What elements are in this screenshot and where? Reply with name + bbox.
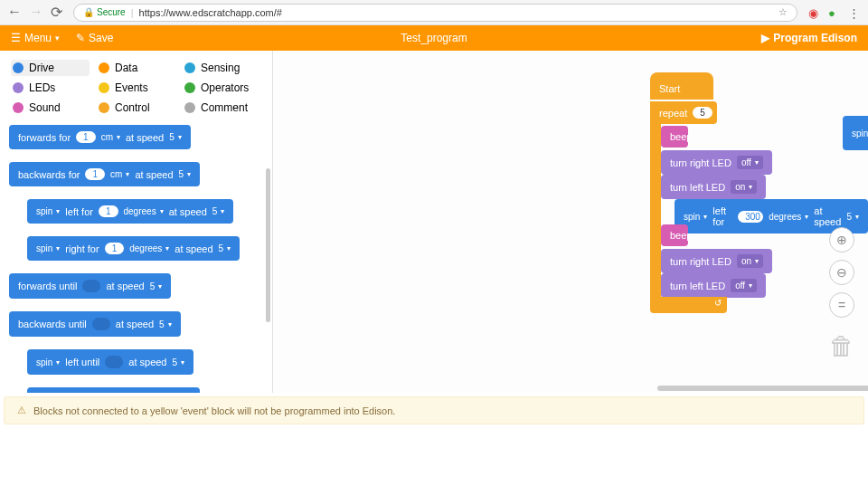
palette-block-list: forwards for1cmat speed5backwards for1cm… [0, 121, 272, 393]
dir-label: left for [712, 205, 732, 227]
val-input[interactable]: 1 [76, 131, 96, 143]
val-input[interactable]: 300 [738, 211, 763, 223]
zoom-in-button[interactable]: ⊕ [829, 227, 854, 253]
spin-dropdown[interactable]: spin [36, 243, 60, 253]
unit-dropdown[interactable]: cm [101, 132, 120, 142]
speed-dropdown[interactable]: 5 [159, 319, 172, 329]
beep-block-1[interactable]: beep [661, 126, 688, 148]
category-label: Comment [201, 101, 248, 114]
led-state-dropdown[interactable]: on [737, 254, 763, 268]
speed-dropdown[interactable]: 5 [846, 212, 859, 222]
palette-block-spin_until[interactable]: spinleft untilat speed5 [27, 349, 193, 375]
led-state-dropdown[interactable]: off [731, 279, 757, 292]
spin-dropdown[interactable]: spin [36, 357, 60, 367]
led-state-dropdown[interactable]: on [731, 180, 757, 194]
script-canvas[interactable]: Start repeat 5 beep turn right LED off t… [273, 51, 868, 393]
trash-button[interactable]: 🗑 [829, 331, 854, 361]
spin-dropdown[interactable]: spin [852, 129, 868, 138]
detached-spin-block[interactable]: spin right for 300 degrees at speed 5 [843, 116, 868, 150]
palette-block-spin_until[interactable]: spinright untilat speed5 [27, 387, 200, 393]
spin-dropdown[interactable]: spin [36, 206, 60, 216]
repeat-block-bottom[interactable]: ↺ [650, 297, 727, 313]
led-left-off-block[interactable]: turn left LED off [661, 273, 766, 298]
category-grid: DriveDataSensingLEDsEventsOperatorsSound… [0, 51, 272, 121]
speed-label: at speed [135, 169, 173, 180]
spin-dropdown[interactable]: spin [684, 212, 707, 222]
star-icon[interactable]: ☆ [778, 6, 788, 18]
menu-button[interactable]: ☰ Menu ▾ [11, 32, 60, 44]
speed-dropdown[interactable]: 5 [172, 357, 184, 367]
category-comment[interactable]: Comment [183, 100, 261, 116]
secure-label: Secure [97, 7, 126, 17]
unit-dropdown[interactable]: degrees [129, 243, 169, 253]
palette-block-backwards_until[interactable]: backwards untilat speed5 [9, 311, 181, 337]
beep-block-2[interactable]: beep [661, 224, 688, 246]
repeat-block[interactable]: repeat 5 [650, 101, 717, 124]
speed-dropdown[interactable]: 5 [219, 243, 231, 253]
val-input[interactable]: 1 [85, 168, 105, 180]
val-input[interactable]: 1 [99, 205, 118, 217]
condition-slot[interactable] [92, 318, 110, 330]
unit-dropdown[interactable]: degrees [124, 206, 164, 216]
category-sensing[interactable]: Sensing [183, 60, 261, 76]
reload-button[interactable]: ⟳ [51, 4, 62, 21]
condition-slot[interactable] [82, 280, 100, 292]
val-input[interactable]: 1 [105, 243, 125, 254]
led-right-on-block[interactable]: turn right LED on [661, 249, 772, 273]
block-label: forwards until [18, 281, 77, 291]
speed-dropdown[interactable]: 5 [212, 206, 225, 216]
category-label: Data [115, 62, 137, 74]
save-button[interactable]: ✎ Save [76, 32, 113, 44]
palette-scrollbar[interactable] [266, 168, 270, 322]
category-label: Sensing [201, 62, 240, 74]
category-leds[interactable]: LEDs [11, 80, 90, 96]
palette-block-spin_dir_for[interactable]: spinleft for1degreesat speed5 [27, 199, 233, 224]
palette-block-backwards_for[interactable]: backwards for1cmat speed5 [9, 162, 200, 186]
extension-icon-2[interactable]: ● [828, 6, 841, 19]
palette-block-spin_dir_for[interactable]: spinright for1degreesat speed5 [27, 236, 240, 261]
block-label: backwards until [18, 319, 87, 329]
dir-label: left until [65, 357, 99, 367]
category-dot [99, 82, 109, 93]
category-dot [184, 62, 195, 73]
extension-icons: ◉ ● ⋮ [808, 6, 861, 19]
speed-dropdown[interactable]: 5 [150, 281, 163, 291]
url-bar[interactable]: 🔒 Secure | https://www.edscratchapp.com/… [73, 4, 797, 22]
save-label: Save [89, 32, 113, 44]
zoom-reset-button[interactable]: = [829, 292, 854, 318]
category-data[interactable]: Data [97, 60, 175, 76]
category-events[interactable]: Events [97, 80, 175, 96]
category-label: Drive [29, 62, 54, 74]
empty-space [0, 428, 868, 486]
repeat-value[interactable]: 5 [693, 107, 712, 119]
start-label: Start [659, 83, 680, 94]
unit-dropdown[interactable]: degrees [769, 212, 808, 222]
forward-button[interactable]: → [29, 4, 43, 21]
palette-block-forwards_until[interactable]: forwards untilat speed5 [9, 273, 171, 299]
led-label: turn left LED [670, 182, 725, 193]
palette-block-forwards_for[interactable]: forwards for1cmat speed5 [9, 125, 191, 149]
speed-dropdown[interactable]: 5 [169, 132, 182, 142]
category-control[interactable]: Control [97, 100, 175, 116]
speed-dropdown[interactable]: 5 [179, 169, 192, 179]
led-state-dropdown[interactable]: off [737, 156, 763, 169]
led-right-off-block[interactable]: turn right LED off [661, 150, 772, 175]
condition-slot[interactable] [105, 356, 123, 368]
back-button[interactable]: ← [7, 4, 22, 21]
category-sound[interactable]: Sound [11, 100, 90, 116]
category-drive[interactable]: Drive [11, 60, 90, 76]
browser-menu-icon[interactable]: ⋮ [848, 6, 861, 19]
canvas-scrollbar-horizontal[interactable] [657, 386, 868, 391]
start-block[interactable]: Start [650, 72, 713, 100]
speed-label: at speed [814, 205, 841, 227]
extension-icon-1[interactable]: ◉ [808, 6, 821, 19]
warning-bar: ⚠ Blocks not connected to a yellow 'even… [4, 396, 864, 424]
category-operators[interactable]: Operators [183, 80, 261, 96]
led-left-on-block[interactable]: turn left LED on [661, 175, 766, 199]
led-label: turn right LED [670, 157, 731, 168]
program-edison-button[interactable]: ▶ Program Edison [761, 32, 857, 44]
repeat-label: repeat [659, 108, 687, 119]
zoom-controls: ⊕ ⊖ = [829, 227, 854, 318]
unit-dropdown[interactable]: cm [110, 169, 129, 179]
zoom-out-button[interactable]: ⊖ [829, 260, 854, 285]
